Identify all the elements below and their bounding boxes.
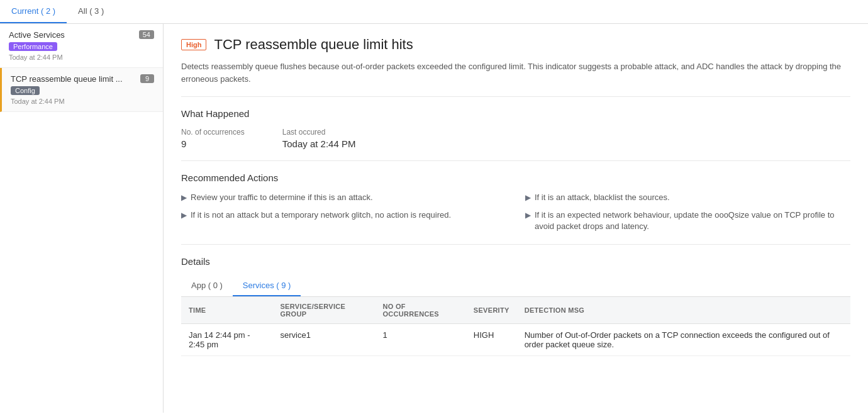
cell-msg: Number of Out-of-Order packets on a TCP … <box>517 323 850 355</box>
sidebar-item-title-tcp: TCP reassemble queue limit ... <box>11 74 135 84</box>
sidebar: Active Services 54 Performance Today at … <box>0 24 164 413</box>
table-row: Jan 14 2:44 pm - 2:45 pm service1 1 HIGH… <box>181 323 850 355</box>
sidebar-item-tag-tcp: Config <box>11 86 40 95</box>
content-panel: High TCP reassemble queue limit hits Det… <box>164 24 868 413</box>
stat-occurrences-value: 9 <box>181 138 245 149</box>
action-text-3: If it is an expected network behaviour, … <box>535 210 850 232</box>
what-happened-title: What Happened <box>181 108 850 119</box>
action-icon-1: ▶ <box>525 193 531 203</box>
actions-grid: ▶ Review your traffic to determine if th… <box>181 192 850 233</box>
sidebar-item-title: Active Services <box>9 30 134 40</box>
stat-last-occurred-value: Today at 2:44 PM <box>282 138 356 149</box>
stat-occurrences: No. of occurrences 9 <box>181 128 245 149</box>
alert-header: High TCP reassemble queue limit hits <box>181 36 850 53</box>
stat-last-occurred: Last occured Today at 2:44 PM <box>282 128 356 149</box>
tab-services[interactable]: Services ( 9 ) <box>233 276 301 296</box>
action-item-3: ▶ If it is an expected network behaviour… <box>525 210 850 232</box>
col-msg: DETECTION MSG <box>517 297 850 324</box>
action-icon-2: ▶ <box>181 210 187 221</box>
details-title: Details <box>181 256 850 267</box>
action-item-1: ▶ If it is an attack, blacklist the sour… <box>525 192 850 203</box>
table-header-row: TIME SERVICE/SERVICE GROUP NO OF OCCURRE… <box>181 297 850 324</box>
sidebar-item-header-tcp: TCP reassemble queue limit ... 9 <box>11 74 154 84</box>
stats-row: No. of occurrences 9 Last occured Today … <box>181 128 850 149</box>
tab-current[interactable]: Current ( 2 ) <box>0 0 67 23</box>
details-section: Details App ( 0 ) Services ( 9 ) TIME SE… <box>181 256 850 356</box>
action-text-2: If it is not an attack but a temporary n… <box>191 210 451 221</box>
recommended-actions-title: Recommended Actions <box>181 172 850 183</box>
action-item-0: ▶ Review your traffic to determine if th… <box>181 192 506 203</box>
action-icon-0: ▶ <box>181 193 187 203</box>
col-severity: SEVERITY <box>466 297 517 324</box>
alert-description: Detects reassembly queue flushes because… <box>181 60 850 97</box>
action-text-0: Review your traffic to determine if this… <box>191 192 373 203</box>
cell-time: Jan 14 2:44 pm - 2:45 pm <box>181 323 272 355</box>
sidebar-item-active-services[interactable]: Active Services 54 Performance Today at … <box>0 24 163 68</box>
sidebar-item-tag: Performance <box>9 42 57 51</box>
alert-title: TCP reassemble queue limit hits <box>214 36 413 53</box>
col-service: SERVICE/SERVICE GROUP <box>272 297 375 324</box>
details-table: TIME SERVICE/SERVICE GROUP NO OF OCCURRE… <box>181 297 850 356</box>
main-layout: Active Services 54 Performance Today at … <box>0 24 868 413</box>
details-tabs: App ( 0 ) Services ( 9 ) <box>181 276 850 297</box>
action-icon-3: ▶ <box>525 210 531 221</box>
action-text-1: If it is an attack, blacklist the source… <box>535 192 670 203</box>
top-tabs-bar: Current ( 2 ) All ( 3 ) <box>0 0 868 24</box>
col-time: TIME <box>181 297 272 324</box>
cell-severity: HIGH <box>466 323 517 355</box>
cell-occurrences: 1 <box>375 323 465 355</box>
severity-badge: High <box>181 39 206 50</box>
stat-last-occurred-label: Last occured <box>282 128 356 137</box>
cell-service: service1 <box>272 323 375 355</box>
sidebar-item-badge: 54 <box>139 30 154 39</box>
recommended-actions-section: Recommended Actions ▶ Review your traffi… <box>181 172 850 245</box>
col-occurrences: NO OF OCCURRENCES <box>375 297 465 324</box>
sidebar-item-tcp[interactable]: TCP reassemble queue limit ... 9 Config … <box>0 68 163 112</box>
what-happened-section: What Happened No. of occurrences 9 Last … <box>181 108 850 161</box>
sidebar-item-badge-tcp: 9 <box>140 74 154 83</box>
sidebar-item-time-tcp: Today at 2:44 PM <box>11 98 154 105</box>
stat-occurrences-label: No. of occurrences <box>181 128 245 137</box>
sidebar-item-time: Today at 2:44 PM <box>9 53 154 61</box>
tab-app[interactable]: App ( 0 ) <box>181 276 233 296</box>
tab-all[interactable]: All ( 3 ) <box>67 0 115 23</box>
sidebar-item-header: Active Services 54 <box>9 30 154 40</box>
action-item-2: ▶ If it is not an attack but a temporary… <box>181 210 506 232</box>
